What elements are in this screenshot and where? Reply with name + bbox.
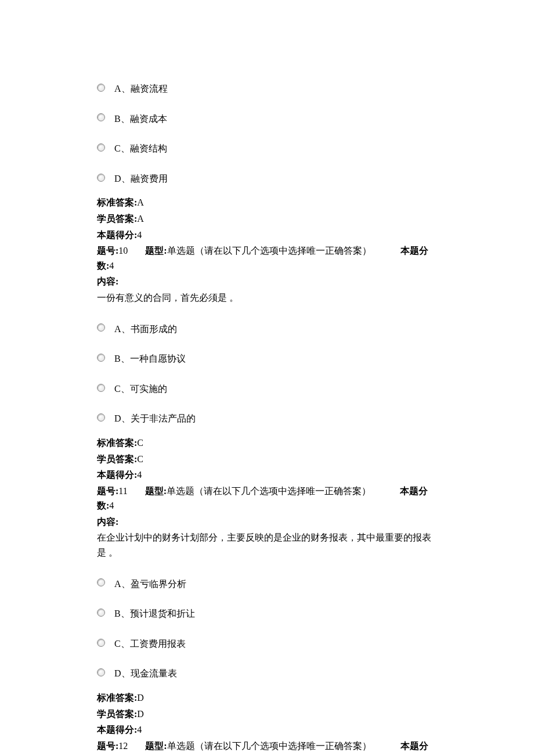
- standard-answer-value: C: [137, 438, 143, 448]
- student-answer-label: 学员答案:: [97, 454, 137, 464]
- question-number-value: 12: [118, 741, 128, 751]
- student-answer-value: D: [137, 709, 144, 719]
- question-type-label: 题型:: [145, 486, 167, 496]
- option-row[interactable]: C、融资结构: [97, 135, 437, 160]
- standard-answer-line: 标准答案:C: [97, 435, 437, 451]
- option-text: C、融资结构: [114, 141, 167, 156]
- radio-icon[interactable]: [97, 354, 105, 362]
- question-number-value: 10: [118, 246, 128, 255]
- option-text: D、关于非法产品的: [114, 411, 196, 426]
- question-header: 题号:12 题型:单选题（请在以下几个选项中选择唯一正确答案） 本题分数:4: [97, 739, 437, 756]
- option-text: C、可实施的: [114, 381, 167, 397]
- standard-answer-label: 标准答案:: [97, 438, 137, 448]
- question-number-value: 11: [118, 486, 127, 496]
- option-text: D、融资费用: [114, 171, 168, 186]
- radio-icon[interactable]: [97, 609, 105, 617]
- option-row[interactable]: A、盈亏临界分析: [97, 571, 437, 595]
- content-label: 内容:: [97, 514, 437, 530]
- standard-answer-label: 标准答案:: [97, 693, 137, 703]
- radio-icon[interactable]: [97, 639, 105, 647]
- student-answer-value: A: [137, 214, 144, 224]
- radio-icon[interactable]: [97, 143, 105, 152]
- radio-icon[interactable]: [97, 384, 105, 392]
- standard-answer-label: 标准答案:: [97, 197, 137, 207]
- option-row[interactable]: C、工资费用报表: [97, 631, 437, 655]
- option-text: A、书面形成的: [114, 322, 177, 337]
- question-type-label: 题型:: [145, 741, 167, 751]
- question-score-value: 4: [109, 501, 114, 510]
- question-block: 题号:10 题型:单选题（请在以下几个选项中选择唯一正确答案） 本题分数:4 内…: [97, 243, 437, 483]
- score-obtained-value: 4: [137, 725, 142, 735]
- score-obtained-label: 本题得分:: [97, 470, 137, 480]
- option-text: A、盈亏临界分析: [114, 577, 186, 592]
- content-text: 一份有意义的合同，首先必须是 。: [97, 290, 437, 305]
- score-obtained-value: 4: [137, 230, 142, 240]
- score-obtained-label: 本题得分:: [97, 230, 137, 240]
- question-type-value: 单选题（请在以下几个选项中选择唯一正确答案）: [167, 741, 371, 751]
- standard-answer-value: D: [137, 693, 144, 703]
- radio-icon[interactable]: [97, 578, 105, 586]
- option-row[interactable]: B、融资成本: [97, 106, 437, 130]
- question-block: A、融资流程 B、融资成本 C、融资结构 D、融资费用 标准答案:A 学员答案:…: [97, 75, 437, 242]
- option-row[interactable]: B、预计退货和折让: [97, 600, 437, 625]
- question-header: 题号:10 题型:单选题（请在以下几个选项中选择唯一正确答案） 本题分数:4: [97, 243, 437, 273]
- question-number-label: 题号:: [97, 246, 118, 255]
- score-obtained-label: 本题得分:: [97, 725, 137, 735]
- option-text: B、预计退货和折让: [114, 606, 195, 621]
- question-score-value: 4: [109, 261, 114, 271]
- question-block: 题号:11 题型:单选题（请在以下几个选项中选择唯一正确答案） 本题分数:4 内…: [97, 484, 437, 737]
- student-answer-value: C: [137, 454, 143, 464]
- radio-icon[interactable]: [97, 668, 105, 676]
- option-text: B、一种自愿协议: [114, 351, 186, 366]
- question-number-label: 题号:: [97, 486, 118, 496]
- question-type-value: 单选题（请在以下几个选项中选择唯一正确答案）: [167, 486, 371, 496]
- score-obtained-line: 本题得分:4: [97, 228, 437, 243]
- radio-icon[interactable]: [97, 413, 105, 422]
- radio-icon[interactable]: [97, 174, 105, 182]
- student-answer-line: 学员答案:D: [97, 707, 437, 722]
- score-obtained-line: 本题得分:4: [97, 467, 437, 483]
- standard-answer-value: A: [137, 197, 144, 207]
- score-obtained-value: 4: [137, 470, 142, 480]
- standard-answer-line: 标准答案:D: [97, 690, 437, 705]
- option-row[interactable]: D、融资费用: [97, 165, 437, 190]
- radio-icon[interactable]: [97, 323, 105, 332]
- option-text: A、融资流程: [114, 81, 168, 96]
- option-text: C、工资费用报表: [114, 636, 186, 651]
- option-row[interactable]: C、可实施的: [97, 376, 437, 400]
- student-answer-label: 学员答案:: [97, 214, 137, 224]
- option-row[interactable]: D、现金流量表: [97, 660, 437, 685]
- option-row[interactable]: A、书面形成的: [97, 316, 437, 340]
- question-type-label: 题型:: [145, 246, 167, 255]
- student-answer-label: 学员答案:: [97, 709, 137, 719]
- radio-icon[interactable]: [97, 113, 105, 121]
- question-type-value: 单选题（请在以下几个选项中选择唯一正确答案）: [167, 246, 371, 255]
- radio-icon[interactable]: [97, 84, 105, 92]
- student-answer-line: 学员答案:C: [97, 452, 437, 467]
- option-row[interactable]: D、关于非法产品的: [97, 405, 437, 430]
- option-row[interactable]: B、一种自愿协议: [97, 345, 437, 370]
- score-obtained-line: 本题得分:4: [97, 722, 437, 737]
- standard-answer-line: 标准答案:A: [97, 195, 437, 210]
- option-text: D、现金流量表: [114, 666, 177, 681]
- content-text: 在企业计划中的财务计划部分，主要反映的是企业的财务报表，其中最重要的报表是 。: [97, 530, 437, 560]
- question-header: 题号:11 题型:单选题（请在以下几个选项中选择唯一正确答案） 本题分数:4: [97, 484, 437, 513]
- question-number-label: 题号:: [97, 741, 118, 751]
- student-answer-line: 学员答案:A: [97, 211, 437, 226]
- option-text: B、融资成本: [114, 111, 167, 127]
- question-block: 题号:12 题型:单选题（请在以下几个选项中选择唯一正确答案） 本题分数:4 内…: [97, 739, 437, 756]
- content-label: 内容:: [97, 274, 437, 289]
- option-row[interactable]: A、融资流程: [97, 75, 437, 100]
